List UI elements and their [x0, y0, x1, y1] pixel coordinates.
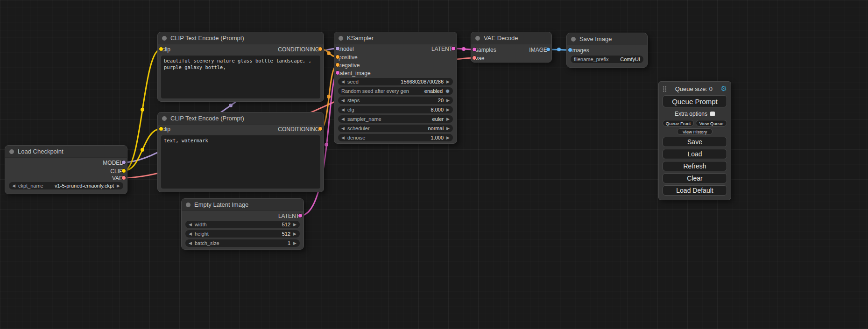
increment-arrow-icon[interactable]: ▶	[293, 241, 296, 245]
decrement-arrow-icon[interactable]: ◀	[341, 126, 345, 131]
node-title: Empty Latent Image	[194, 201, 248, 208]
settings-gear-icon[interactable]: ⚙	[721, 85, 727, 92]
load-default-button[interactable]: Load Default	[663, 185, 727, 196]
wire-midpoint-dot	[462, 47, 466, 51]
widget-value: ComfyUI	[620, 56, 640, 62]
node-save-image[interactable]: Save Image images filename_prefix ComfyU…	[566, 33, 648, 68]
steps-widget[interactable]: ◀ steps 20 ▶	[338, 97, 453, 104]
widget-value: 20	[438, 98, 444, 103]
increment-arrow-icon[interactable]: ▶	[293, 232, 296, 236]
positive-prompt-textarea[interactable]: beautiful scenery nature glass bottle la…	[161, 56, 320, 98]
decrement-arrow-icon[interactable]: ◀	[189, 241, 192, 245]
view-history-button[interactable]: View History	[677, 128, 713, 135]
collapse-dot-icon[interactable]	[162, 116, 167, 121]
load-button[interactable]: Load	[663, 149, 727, 159]
graph-canvas[interactable]: Load Checkpoint MODEL CLIP VAE ◀ ckpt_na…	[0, 0, 868, 329]
collapse-dot-icon[interactable]	[339, 36, 343, 41]
width-widget[interactable]: ◀ width 512 ▶	[185, 221, 300, 228]
output-label-conditioning: CONDITIONING	[278, 46, 319, 53]
queue-front-button[interactable]: Queue Front	[663, 120, 694, 126]
random-seed-toggle-widget[interactable]: Random seed after every gen enabled	[338, 87, 453, 95]
node-ksampler[interactable]: KSampler model LATENT positive negative …	[334, 32, 457, 144]
input-label-positive: positive	[339, 54, 358, 61]
widget-label: cfg	[347, 107, 354, 112]
input-label-vae: vae	[475, 55, 484, 62]
decrement-arrow-icon[interactable]: ◀	[189, 223, 192, 227]
sampler-name-widget[interactable]: ◀ sampler_name euler ▶	[338, 115, 453, 123]
ckpt-name-widget[interactable]: ◀ ckpt_name v1-5-pruned-emaonly.ckpt ▶	[9, 182, 123, 189]
increment-arrow-icon[interactable]: ▶	[446, 108, 450, 112]
denoise-widget[interactable]: ◀ denoise 1.000 ▶	[338, 134, 453, 141]
node-clip-text-encode-negative[interactable]: CLIP Text Encode (Prompt) clip CONDITION…	[157, 112, 324, 192]
collapse-dot-icon[interactable]	[571, 37, 576, 42]
wire-midpoint-dot	[327, 51, 331, 55]
node-title-bar[interactable]: Empty Latent Image	[182, 199, 303, 211]
collapse-dot-icon[interactable]	[9, 149, 14, 154]
node-empty-latent-image[interactable]: Empty Latent Image LATENT ◀ width 512 ▶ …	[181, 198, 304, 250]
node-title: CLIP Text Encode (Prompt)	[170, 115, 244, 122]
decrement-arrow-icon[interactable]: ◀	[341, 98, 345, 103]
refresh-button[interactable]: Refresh	[663, 161, 727, 171]
node-title-bar[interactable]: Save Image	[567, 33, 647, 45]
node-vae-decode[interactable]: VAE Decode samples IMAGE vae	[471, 32, 552, 63]
wire-midpoint-dot	[557, 48, 561, 51]
increment-arrow-icon[interactable]: ▶	[446, 80, 450, 84]
wire-midpoint-dot	[141, 148, 144, 152]
wire-clip-positive	[124, 49, 161, 171]
node-title-bar[interactable]: Load Checkpoint	[5, 146, 127, 158]
view-queue-button[interactable]: View Queue	[696, 120, 727, 126]
output-label-latent: LATENT	[431, 46, 452, 52]
decrement-arrow-icon[interactable]: ◀	[341, 80, 345, 84]
widget-label: steps	[347, 98, 360, 103]
node-load-checkpoint[interactable]: Load Checkpoint MODEL CLIP VAE ◀ ckpt_na…	[5, 145, 127, 194]
negative-prompt-textarea[interactable]: text, watermark	[161, 135, 320, 189]
increment-arrow-icon[interactable]: ▶	[446, 117, 450, 121]
widget-value: enabled	[424, 88, 443, 94]
collapse-dot-icon[interactable]	[162, 36, 167, 41]
collapse-dot-icon[interactable]	[475, 36, 480, 41]
height-widget[interactable]: ◀ height 512 ▶	[185, 230, 300, 238]
node-title-bar[interactable]: KSampler	[334, 32, 457, 44]
queue-panel: Queue size: 0 ⚙ Queue Prompt Extra optio…	[658, 81, 731, 200]
decrement-arrow-icon[interactable]: ◀	[12, 184, 15, 188]
output-label-image: IMAGE	[529, 47, 547, 53]
node-title-bar[interactable]: CLIP Text Encode (Prompt)	[158, 32, 324, 44]
queue-prompt-button[interactable]: Queue Prompt	[663, 95, 727, 107]
decrement-arrow-icon[interactable]: ◀	[189, 232, 192, 236]
scheduler-widget[interactable]: ◀ scheduler normal ▶	[338, 125, 453, 132]
seed-widget[interactable]: ◀ seed 156680208700286 ▶	[338, 78, 453, 85]
input-label-latent-image: latent_image	[339, 70, 371, 77]
output-label-latent: LATENT	[278, 213, 299, 219]
increment-arrow-icon[interactable]: ▶	[117, 184, 120, 188]
widget-label: denoise	[347, 135, 366, 140]
extra-options-checkbox[interactable]	[710, 112, 715, 116]
node-title-bar[interactable]: CLIP Text Encode (Prompt)	[158, 112, 324, 125]
node-title: VAE Decode	[484, 35, 518, 42]
input-label-clip: clip	[162, 46, 170, 53]
input-label-model: model	[339, 46, 354, 52]
node-clip-text-encode-positive[interactable]: CLIP Text Encode (Prompt) clip CONDITION…	[157, 32, 324, 102]
batch-size-widget[interactable]: ◀ batch_size 1 ▶	[185, 239, 300, 247]
increment-arrow-icon[interactable]: ▶	[446, 136, 450, 140]
toggle-indicator-icon[interactable]	[445, 89, 450, 93]
queue-panel-header: Queue size: 0 ⚙	[663, 85, 727, 92]
increment-arrow-icon[interactable]: ▶	[446, 98, 450, 103]
collapse-dot-icon[interactable]	[186, 203, 191, 207]
output-label-clip: CLIP	[110, 168, 123, 175]
widget-label: seed	[347, 79, 359, 84]
node-title: Save Image	[579, 35, 612, 42]
filename-prefix-widget[interactable]: filename_prefix ComfyUI	[571, 56, 643, 63]
queue-front-row: Queue Front View Queue	[663, 120, 727, 126]
node-title: KSampler	[347, 35, 374, 42]
node-title-bar[interactable]: VAE Decode	[471, 32, 551, 44]
decrement-arrow-icon[interactable]: ◀	[341, 117, 345, 121]
decrement-arrow-icon[interactable]: ◀	[341, 136, 345, 140]
cfg-widget[interactable]: ◀ cfg 8.000 ▶	[338, 106, 453, 113]
decrement-arrow-icon[interactable]: ◀	[341, 108, 345, 112]
save-button[interactable]: Save	[663, 137, 727, 147]
clear-button[interactable]: Clear	[663, 173, 727, 183]
increment-arrow-icon[interactable]: ▶	[446, 126, 450, 131]
drag-handle-icon[interactable]	[663, 86, 667, 92]
widget-label: ckpt_name	[18, 183, 43, 189]
increment-arrow-icon[interactable]: ▶	[293, 223, 296, 227]
